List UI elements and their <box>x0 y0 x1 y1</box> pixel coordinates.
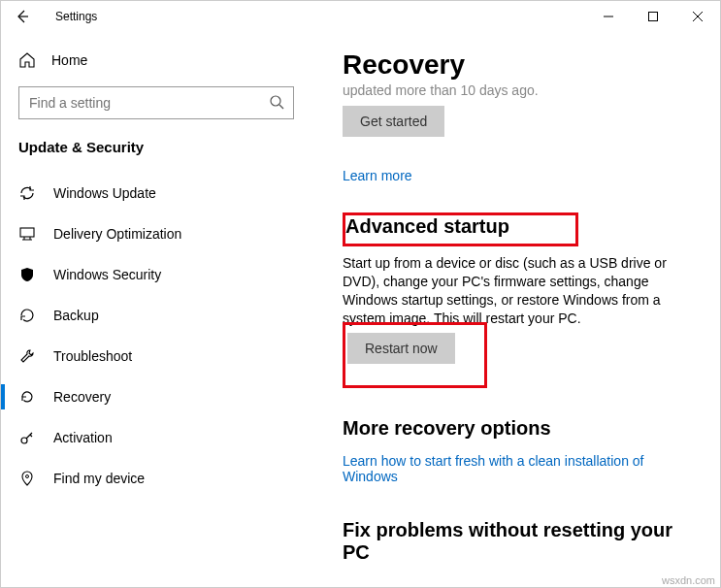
svg-point-4 <box>26 475 29 478</box>
nav-windows-security[interactable]: Windows Security <box>1 254 311 295</box>
nav-list: Windows Update Delivery Optimization Win… <box>1 173 311 587</box>
home-icon <box>18 51 36 69</box>
watermark: wsxdn.com <box>662 574 715 586</box>
maximize-icon <box>648 12 658 21</box>
sidebar: Home Update & Security Windows Update <box>1 32 311 587</box>
nav-recovery[interactable]: Recovery <box>1 376 311 417</box>
nav-label: Backup <box>53 308 99 323</box>
nav-label: Find my device <box>53 471 145 486</box>
nav-label: Windows Update <box>53 185 156 201</box>
close-button[interactable] <box>675 1 720 32</box>
nav-delivery-optimization[interactable]: Delivery Optimization <box>1 213 311 254</box>
key-icon <box>18 429 36 446</box>
advanced-startup-heading: Advanced startup <box>345 215 509 238</box>
nav-find-my-device[interactable]: Find my device <box>1 458 311 499</box>
svg-rect-2 <box>20 228 34 237</box>
nav-label: Recovery <box>53 389 111 405</box>
nav-backup[interactable]: Backup <box>1 295 311 336</box>
fix-problems-heading: Fix problems without resetting your PC <box>343 519 689 564</box>
delivery-icon <box>18 225 36 243</box>
shield-icon <box>18 266 36 283</box>
search-box <box>18 86 294 119</box>
close-icon <box>693 12 703 21</box>
back-button[interactable] <box>9 3 36 30</box>
location-icon <box>18 470 36 487</box>
nav-troubleshoot[interactable]: Troubleshoot <box>1 336 311 376</box>
nav-label: Windows Security <box>53 267 161 282</box>
home-button[interactable]: Home <box>1 42 311 79</box>
nav-label: Troubleshoot <box>53 348 132 364</box>
content-pane: Recovery updated more than 10 days ago. … <box>311 32 720 587</box>
nav-label: Activation <box>53 430 113 445</box>
section-header: Update & Security <box>1 133 311 173</box>
page-title: Recovery <box>343 49 689 81</box>
svg-point-1 <box>271 96 280 106</box>
more-recovery-heading: More recovery options <box>343 417 689 440</box>
minimize-button[interactable] <box>586 1 631 32</box>
get-started-button[interactable]: Get started <box>343 106 444 137</box>
home-label: Home <box>51 52 87 68</box>
highlight-restart-now: Restart now <box>343 322 487 388</box>
restart-now-button[interactable]: Restart now <box>347 333 455 364</box>
search-input[interactable] <box>18 86 294 119</box>
minimize-icon <box>604 12 613 21</box>
fresh-install-link[interactable]: Learn how to start fresh with a clean in… <box>343 453 689 484</box>
highlight-advanced-startup: Advanced startup <box>343 212 578 246</box>
arrow-left-icon <box>16 10 29 23</box>
nav-windows-update[interactable]: Windows Update <box>1 173 311 213</box>
learn-more-link[interactable]: Learn more <box>343 168 412 183</box>
maximize-button[interactable] <box>631 1 675 32</box>
svg-rect-0 <box>649 13 658 21</box>
backup-icon <box>18 307 36 324</box>
nav-label: Delivery Optimization <box>53 226 181 242</box>
reset-cutoff-text: updated more than 10 days ago. <box>343 82 689 98</box>
wrench-icon <box>18 347 36 365</box>
recovery-icon <box>18 388 36 406</box>
window-title: Settings <box>55 10 97 23</box>
sync-icon <box>18 184 36 202</box>
nav-activation[interactable]: Activation <box>1 417 311 458</box>
advanced-startup-desc: Start up from a device or disc (such as … <box>343 254 689 328</box>
search-icon <box>269 94 284 110</box>
titlebar: Settings <box>1 1 720 32</box>
